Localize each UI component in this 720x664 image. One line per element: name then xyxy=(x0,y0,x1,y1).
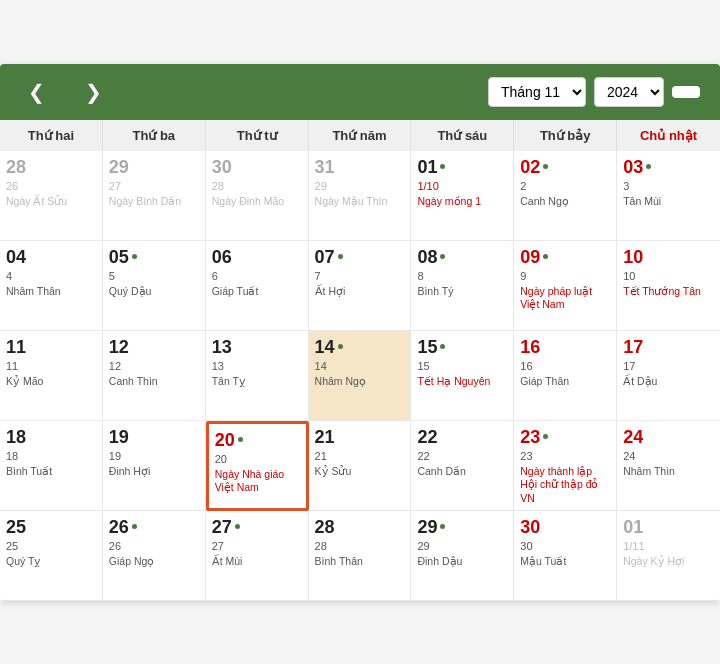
day-cell[interactable]: 1616Giáp Thân xyxy=(514,331,617,421)
day-cell[interactable]: 2020Ngày Nhà giáo Việt Nam xyxy=(206,421,309,511)
event-dot xyxy=(338,254,343,259)
day-cell[interactable]: 088Bình Tý xyxy=(411,241,514,331)
day-cell[interactable]: 022Canh Ngọ xyxy=(514,151,617,241)
day-number: 25 xyxy=(6,517,96,538)
day-cell[interactable]: 2323Ngày thành lập Hội chữ thập đỏ VN xyxy=(514,421,617,511)
event-dot xyxy=(440,524,445,529)
lunar-number: 22 xyxy=(417,450,507,462)
event-text: Canh Dần xyxy=(417,465,507,479)
event-text: Ngày mồng 1 xyxy=(417,195,507,209)
day-cell[interactable]: 2727Ất Mùi xyxy=(206,511,309,601)
day-cell[interactable]: 2424Nhâm Thìn xyxy=(617,421,720,511)
event-dot xyxy=(543,164,548,169)
lunar-number: 1/10 xyxy=(417,180,507,192)
day-number: 16 xyxy=(520,337,610,358)
event-text: Ngày Kỷ Hợi xyxy=(623,555,714,569)
day-number: 29 xyxy=(109,157,199,178)
day-cell[interactable]: 3028Ngày Đinh Mão xyxy=(206,151,309,241)
event-text: Ất Dậu xyxy=(623,375,714,389)
day-number: 18 xyxy=(6,427,96,448)
event-text: Kỷ Mão xyxy=(6,375,96,389)
day-cell[interactable]: 1919Đinh Hợi xyxy=(103,421,206,511)
lunar-number: 2 xyxy=(520,180,610,192)
lunar-number: 23 xyxy=(520,450,610,462)
day-cell[interactable]: 1313Tân Tỵ xyxy=(206,331,309,421)
event-text: Nhâm Thìn xyxy=(623,465,714,479)
event-text: Nhâm Ngọ xyxy=(315,375,405,389)
lunar-number: 12 xyxy=(109,360,199,372)
event-text: Ngày Đinh Mão xyxy=(212,195,302,209)
day-cell[interactable]: 1212Canh Thìn xyxy=(103,331,206,421)
event-dot xyxy=(132,254,137,259)
event-dot xyxy=(543,254,548,259)
day-cell[interactable]: 1818Bình Tuất xyxy=(0,421,103,511)
day-cell[interactable]: 066Giáp Tuất xyxy=(206,241,309,331)
day-number: 11 xyxy=(6,337,96,358)
event-text: Tết Thướng Tân xyxy=(623,285,714,299)
lunar-number: 27 xyxy=(109,180,199,192)
view-button[interactable] xyxy=(672,86,700,98)
event-dot xyxy=(543,434,548,439)
prev-month-button[interactable]: ❮ xyxy=(20,76,53,108)
event-text: Ngày thành lập Hội chữ thập đỏ VN xyxy=(520,465,610,506)
day-cell[interactable]: 077Ất Hợi xyxy=(309,241,412,331)
day-cell[interactable]: 2525Quý Tỵ xyxy=(0,511,103,601)
day-cell[interactable]: 1414Nhâm Ngọ xyxy=(309,331,412,421)
event-dot xyxy=(235,524,240,529)
lunar-number: 26 xyxy=(109,540,199,552)
day-number: 12 xyxy=(109,337,199,358)
day-cell[interactable]: 3030Mậu Tuất xyxy=(514,511,617,601)
header-controls: Tháng 11 2024 xyxy=(488,77,700,107)
lunar-number: 5 xyxy=(109,270,199,282)
day-number: 21 xyxy=(315,427,405,448)
day-number: 07 xyxy=(315,247,405,268)
event-text: Ất Mùi xyxy=(212,555,302,569)
calendar-body: 2826Ngày Ất Sửu2927Ngày Bình Dần3028Ngày… xyxy=(0,151,720,601)
event-text: Tân Mùi xyxy=(623,195,714,209)
lunar-number: 7 xyxy=(315,270,405,282)
day-cell[interactable]: 055Quý Dậu xyxy=(103,241,206,331)
lunar-number: 17 xyxy=(623,360,714,372)
day-number: 13 xyxy=(212,337,302,358)
event-text: Giáp Tuất xyxy=(212,285,302,299)
lunar-number: 11 xyxy=(6,360,96,372)
day-cell[interactable]: 1515Tết Hạ Nguyên xyxy=(411,331,514,421)
day-cell[interactable]: 3129Ngày Mậu Thìn xyxy=(309,151,412,241)
day-cell[interactable]: 2826Ngày Ất Sửu xyxy=(0,151,103,241)
weekday-sun: Chủ nhật xyxy=(617,120,720,151)
day-cell[interactable]: 1010Tết Thướng Tân xyxy=(617,241,720,331)
day-number: 24 xyxy=(623,427,714,448)
event-text: Bình Tuất xyxy=(6,465,96,479)
day-number: 23 xyxy=(520,427,610,448)
day-cell[interactable]: 2828Bình Thân xyxy=(309,511,412,601)
month-select[interactable]: Tháng 11 xyxy=(488,77,586,107)
lunar-number: 8 xyxy=(417,270,507,282)
day-cell[interactable]: 011/10Ngày mồng 1 xyxy=(411,151,514,241)
day-cell[interactable]: 011/11Ngày Kỷ Hợi xyxy=(617,511,720,601)
calendar-container: ❮ ❯ Tháng 11 2024 Thứ hai Thứ ba Thứ tư … xyxy=(0,64,720,601)
weekday-thu: Thứ năm xyxy=(309,120,412,151)
next-month-button[interactable]: ❯ xyxy=(77,76,110,108)
day-number: 15 xyxy=(417,337,507,358)
day-cell[interactable]: 1717Ất Dậu xyxy=(617,331,720,421)
event-text: Bình Thân xyxy=(315,555,405,569)
day-cell[interactable]: 1111Kỷ Mão xyxy=(0,331,103,421)
lunar-number: 28 xyxy=(212,180,302,192)
weekday-wed: Thứ tư xyxy=(206,120,309,151)
day-cell[interactable]: 2626Giáp Ngọ xyxy=(103,511,206,601)
day-cell[interactable]: 2929Đinh Dậu xyxy=(411,511,514,601)
event-text: Ngày pháp luật Việt Nam xyxy=(520,285,610,312)
day-number: 01 xyxy=(623,517,714,538)
day-cell[interactable]: 099Ngày pháp luật Việt Nam xyxy=(514,241,617,331)
weekday-mon: Thứ hai xyxy=(0,120,103,151)
lunar-number: 29 xyxy=(417,540,507,552)
day-cell[interactable]: 2222Canh Dần xyxy=(411,421,514,511)
day-cell[interactable]: 2121Kỷ Sửu xyxy=(309,421,412,511)
event-text: Quý Tỵ xyxy=(6,555,96,569)
year-select[interactable]: 2024 xyxy=(594,77,664,107)
event-text: Quý Dậu xyxy=(109,285,199,299)
day-number: 03 xyxy=(623,157,714,178)
day-cell[interactable]: 2927Ngày Bình Dần xyxy=(103,151,206,241)
day-cell[interactable]: 033Tân Mùi xyxy=(617,151,720,241)
day-cell[interactable]: 044Nhâm Thân xyxy=(0,241,103,331)
